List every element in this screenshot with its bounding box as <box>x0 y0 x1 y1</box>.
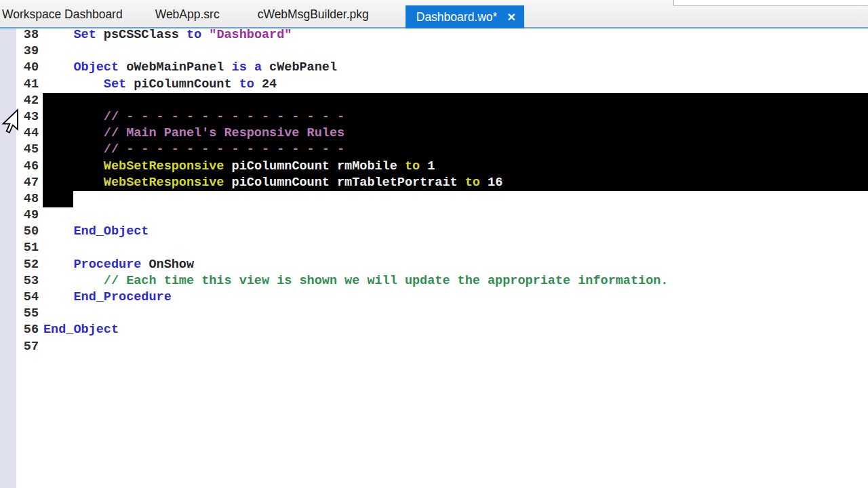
tab-workspace-dashboard[interactable]: Workspace Dashboard <box>0 0 138 28</box>
code-line[interactable]: 54 End_Procedure <box>0 289 868 306</box>
line-number[interactable]: 55 <box>0 306 39 322</box>
code-line[interactable]: 44 // Main Panel's Responsive Rules <box>0 125 868 142</box>
line-number[interactable]: 51 <box>0 240 39 256</box>
code-token: is a <box>224 60 262 75</box>
code-token: // Each time this view is shown we will … <box>104 274 669 288</box>
code-token: End_Object <box>43 323 119 337</box>
code-token: End_Object <box>73 224 149 239</box>
line-number[interactable]: 52 <box>0 257 39 273</box>
code-token: piColumnCount rmTabletPortrait <box>224 176 457 190</box>
code-token: piColumnCount rmMobile <box>224 159 397 174</box>
code-token: to <box>179 28 201 42</box>
code-text: Set psCSSClass to "Dashboard" <box>39 27 292 43</box>
code-text: Object oWebMainPanel is a cWebPanel <box>39 60 337 76</box>
code-text <box>39 339 43 355</box>
code-token <box>43 126 104 140</box>
code-line[interactable]: 41 Set piColumnCount to 24 <box>0 77 868 93</box>
code-line[interactable]: 51 <box>0 240 868 256</box>
code-text <box>39 43 43 60</box>
code-text: WebSetResponsive piColumnCount rmMobile … <box>39 159 435 175</box>
code-token <box>43 224 73 239</box>
code-token <box>43 142 104 157</box>
code-token <box>43 159 104 174</box>
code-token <box>43 110 104 124</box>
line-number[interactable]: 57 <box>0 339 39 355</box>
code-token <box>43 60 73 75</box>
code-line[interactable]: 56End_Object <box>0 322 868 338</box>
code-token: WebSetResponsive <box>104 159 224 174</box>
code-token: 24 <box>254 77 277 92</box>
code-line[interactable]: 52 Procedure OnShow <box>0 257 868 273</box>
code-token: to <box>458 176 480 190</box>
code-text: // - - - - - - - - - - - - - - - <box>39 142 344 158</box>
tab-dashboard-wo-[interactable]: Dashboard.wo*✕ <box>406 5 524 28</box>
code-line[interactable]: 45 // - - - - - - - - - - - - - - - <box>0 142 868 158</box>
line-number[interactable]: 49 <box>0 207 39 224</box>
code-token: oWebMainPanel <box>119 60 224 75</box>
mouse-cursor-icon <box>1 108 20 136</box>
tab-label: cWebMsgBuilder.pkg <box>258 7 369 22</box>
code-text: // Each time this view is shown we will … <box>39 273 668 289</box>
line-number[interactable]: 53 <box>0 273 39 289</box>
studio-window: Workspace DashboardWebApp.srccWebMsgBuil… <box>0 0 868 488</box>
code-token <box>43 77 104 92</box>
adjacent-panel-edge <box>673 0 868 6</box>
code-token: psCSSClass <box>96 28 179 42</box>
tab-webapp-src[interactable]: WebApp.src <box>138 0 236 28</box>
code-token: WebSetResponsive <box>104 176 224 190</box>
line-number[interactable]: 40 <box>0 60 39 76</box>
code-text: // - - - - - - - - - - - - - - - <box>39 109 344 125</box>
close-icon[interactable]: ✕ <box>507 11 515 24</box>
line-number[interactable]: 47 <box>0 175 39 191</box>
tab-cwebmsgbuilder-pkg[interactable]: cWebMsgBuilder.pkg <box>236 0 388 28</box>
code-token: // - - - - - - - - - - - - - - - <box>104 110 344 124</box>
code-token: Procedure <box>73 258 141 272</box>
code-token <box>43 176 104 190</box>
tab-label: Workspace Dashboard <box>2 7 123 22</box>
tab-label: Dashboard.wo* <box>416 10 498 24</box>
code-line[interactable]: 55 <box>0 306 868 322</box>
code-text <box>39 207 43 224</box>
line-number[interactable]: 50 <box>0 224 39 240</box>
line-number[interactable]: 54 <box>0 289 39 306</box>
code-token: piColumnCount <box>126 77 231 92</box>
code-text <box>39 240 43 256</box>
line-number[interactable]: 39 <box>0 43 39 60</box>
code-token: to <box>397 159 420 174</box>
code-token <box>43 28 73 42</box>
line-number[interactable]: 42 <box>0 93 39 109</box>
code-line[interactable]: 57 <box>0 339 868 355</box>
line-number[interactable]: 45 <box>0 142 39 158</box>
code-token <box>43 258 73 272</box>
code-text <box>39 191 43 207</box>
code-line[interactable]: 48 <box>0 191 868 207</box>
code-editor[interactable]: 38 Set psCSSClass to "Dashboard"3940 Obj… <box>0 28 868 488</box>
code-line[interactable]: 53 // Each time this view is shown we wi… <box>0 273 868 289</box>
code-line[interactable]: 43 // - - - - - - - - - - - - - - - <box>0 109 868 125</box>
code-line[interactable]: 39 <box>0 43 868 60</box>
code-token: Set <box>104 77 126 92</box>
line-number[interactable]: 41 <box>0 77 39 93</box>
line-number[interactable]: 48 <box>0 191 39 207</box>
code-lines: 38 Set psCSSClass to "Dashboard"3940 Obj… <box>0 27 868 355</box>
code-line[interactable]: 47 WebSetResponsive piColumnCount rmTabl… <box>0 175 868 191</box>
code-text: End_Object <box>39 322 119 338</box>
code-line[interactable]: 42 <box>0 93 868 109</box>
code-text: Set piColumnCount to 24 <box>39 77 277 93</box>
code-token: Object <box>73 60 119 75</box>
code-line[interactable]: 46 WebSetResponsive piColumnCount rmMobi… <box>0 159 868 175</box>
code-token: "Dashboard" <box>201 28 292 42</box>
tab-label: WebApp.src <box>155 7 220 22</box>
code-line[interactable]: 40 Object oWebMainPanel is a cWebPanel <box>0 60 868 76</box>
line-number[interactable]: 38 <box>0 27 39 43</box>
code-token: 16 <box>480 176 502 190</box>
code-text: End_Object <box>39 224 149 240</box>
line-number[interactable]: 46 <box>0 159 39 175</box>
code-line[interactable]: 49 <box>0 207 868 224</box>
code-line[interactable]: 38 Set psCSSClass to "Dashboard" <box>0 27 868 43</box>
code-token: End_Procedure <box>73 290 171 304</box>
code-line[interactable]: 50 End_Object <box>0 224 868 240</box>
code-token: cWebPanel <box>262 60 337 75</box>
code-token: // - - - - - - - - - - - - - - - <box>104 142 344 157</box>
line-number[interactable]: 56 <box>0 322 39 338</box>
